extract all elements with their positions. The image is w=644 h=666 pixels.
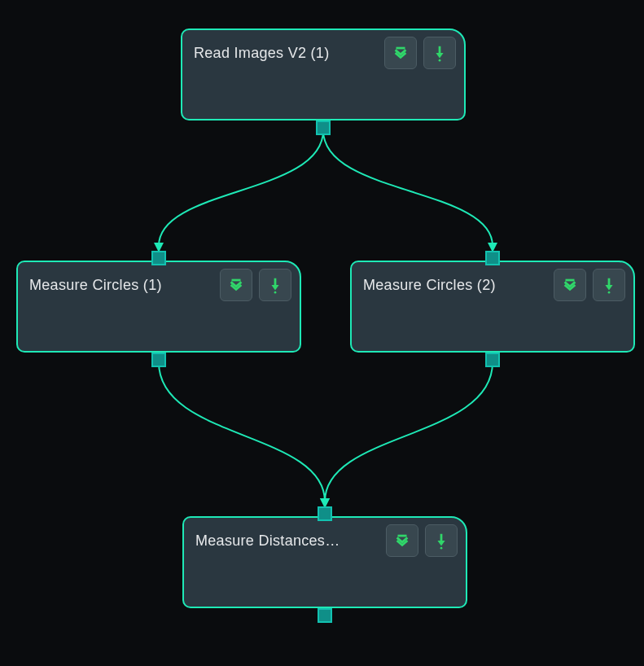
edge-read-to-mc2 xyxy=(323,130,493,246)
node-measure-distances[interactable]: Measure Distances… xyxy=(182,516,467,608)
node-read-images[interactable]: Read Images V2 (1) xyxy=(181,28,466,120)
node-title: Measure Circles (1) xyxy=(29,277,213,294)
svg-marker-14 xyxy=(437,541,445,546)
svg-rect-0 xyxy=(396,47,405,50)
svg-point-3 xyxy=(439,59,441,62)
port-mc1-out[interactable] xyxy=(151,353,166,367)
edge-mc1-to-dist xyxy=(159,362,325,502)
node-header: Measure Distances… xyxy=(184,518,466,557)
svg-marker-2 xyxy=(436,53,443,58)
node-measure-circles-1[interactable]: Measure Circles (1) xyxy=(16,261,301,353)
svg-point-11 xyxy=(608,291,611,294)
port-mc2-out[interactable] xyxy=(485,353,500,367)
node-header: Measure Circles (1) xyxy=(18,262,300,301)
run-down-icon xyxy=(600,276,618,294)
port-read-images-out[interactable] xyxy=(316,120,331,135)
node-measure-circles-2[interactable]: Measure Circles (2) xyxy=(350,261,635,353)
edge-mc2-to-dist xyxy=(325,362,493,502)
diagram-canvas: Read Images V2 (1) Measure Circles (1) xyxy=(0,0,644,666)
expand-button[interactable] xyxy=(554,269,586,301)
run-button[interactable] xyxy=(425,524,458,557)
run-button[interactable] xyxy=(593,269,625,301)
run-down-icon xyxy=(431,44,449,62)
port-mc2-in[interactable] xyxy=(485,251,500,265)
node-header: Read Images V2 (1) xyxy=(182,30,464,69)
svg-rect-12 xyxy=(398,535,407,537)
node-title: Measure Distances… xyxy=(195,532,379,550)
edge-read-to-mc1 xyxy=(159,130,323,246)
svg-rect-8 xyxy=(566,279,575,282)
run-down-icon xyxy=(266,276,284,294)
expand-button[interactable] xyxy=(220,269,252,301)
port-distances-in[interactable] xyxy=(318,506,332,521)
svg-point-7 xyxy=(274,291,277,294)
run-down-icon xyxy=(432,532,450,550)
run-button[interactable] xyxy=(423,37,456,69)
expand-down-icon xyxy=(392,44,410,62)
run-button[interactable] xyxy=(259,269,291,301)
svg-marker-10 xyxy=(605,285,612,290)
expand-down-icon xyxy=(227,276,245,294)
node-header: Measure Circles (2) xyxy=(352,262,633,301)
port-mc1-in[interactable] xyxy=(151,251,166,265)
svg-point-15 xyxy=(440,547,443,550)
expand-down-icon xyxy=(393,532,411,550)
expand-button[interactable] xyxy=(384,37,417,69)
node-title: Measure Circles (2) xyxy=(363,277,547,294)
expand-button[interactable] xyxy=(386,524,418,557)
node-title: Read Images V2 (1) xyxy=(194,45,378,62)
svg-marker-6 xyxy=(271,285,278,290)
port-distances-out[interactable] xyxy=(318,608,332,623)
expand-down-icon xyxy=(561,276,579,294)
svg-rect-4 xyxy=(232,279,241,282)
